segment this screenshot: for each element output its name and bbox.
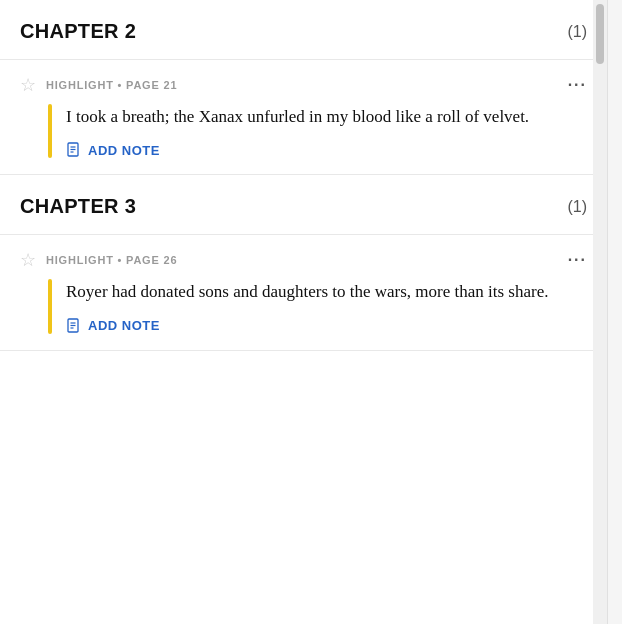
add-note-label-ch2: ADD NOTE [88,143,160,158]
main-container: CHAPTER 2 (1) ☆ HIGHLIGHT • PAGE 21 ··· … [0,0,608,624]
star-icon-ch3[interactable]: ☆ [20,251,36,269]
star-icon-ch2[interactable]: ☆ [20,76,36,94]
chapter-section-3: CHAPTER 3 (1) ☆ HIGHLIGHT • PAGE 26 ··· … [0,175,607,350]
yellow-bar-ch3 [48,279,52,333]
scrollbar-thumb[interactable] [596,4,604,64]
highlight-text-ch3: Royer had donated sons and daughters to … [66,279,587,305]
chapter-2-title: CHAPTER 2 [20,20,136,43]
add-note-label-ch3: ADD NOTE [88,318,160,333]
highlight-label-ch2: HIGHLIGHT • PAGE 21 [46,79,177,91]
more-options-icon-ch2[interactable]: ··· [568,76,587,94]
highlight-content-ch2: I took a breath; the Xanax unfurled in m… [48,104,587,158]
add-note-button-ch2[interactable]: ADD NOTE [66,142,587,158]
note-icon-ch2 [66,142,82,158]
highlight-entry-ch2-1: ☆ HIGHLIGHT • PAGE 21 ··· I took a breat… [0,60,607,175]
highlight-meta-row-ch3: ☆ HIGHLIGHT • PAGE 26 ··· [20,251,587,269]
add-note-button-ch3[interactable]: ADD NOTE [66,318,587,334]
chapter-3-header: CHAPTER 3 (1) [0,175,607,235]
highlight-text-block-ch2: I took a breath; the Xanax unfurled in m… [66,104,587,158]
scrollbar[interactable] [593,0,607,624]
highlight-meta-left-ch2: ☆ HIGHLIGHT • PAGE 21 [20,76,177,94]
chapter-3-count: (1) [567,198,587,216]
highlight-entry-ch3-1: ☆ HIGHLIGHT • PAGE 26 ··· Royer had dona… [0,235,607,350]
more-options-icon-ch3[interactable]: ··· [568,251,587,269]
highlight-text-ch2: I took a breath; the Xanax unfurled in m… [66,104,587,130]
chapter-2-count: (1) [567,23,587,41]
highlight-meta-row-ch2: ☆ HIGHLIGHT • PAGE 21 ··· [20,76,587,94]
chapter-section-2: CHAPTER 2 (1) ☆ HIGHLIGHT • PAGE 21 ··· … [0,0,607,175]
highlight-label-ch3: HIGHLIGHT • PAGE 26 [46,254,177,266]
highlight-text-block-ch3: Royer had donated sons and daughters to … [66,279,587,333]
highlight-meta-left-ch3: ☆ HIGHLIGHT • PAGE 26 [20,251,177,269]
note-icon-ch3 [66,318,82,334]
chapter-2-header: CHAPTER 2 (1) [0,0,607,60]
highlight-content-ch3: Royer had donated sons and daughters to … [48,279,587,333]
yellow-bar-ch2 [48,104,52,158]
chapter-3-title: CHAPTER 3 [20,195,136,218]
